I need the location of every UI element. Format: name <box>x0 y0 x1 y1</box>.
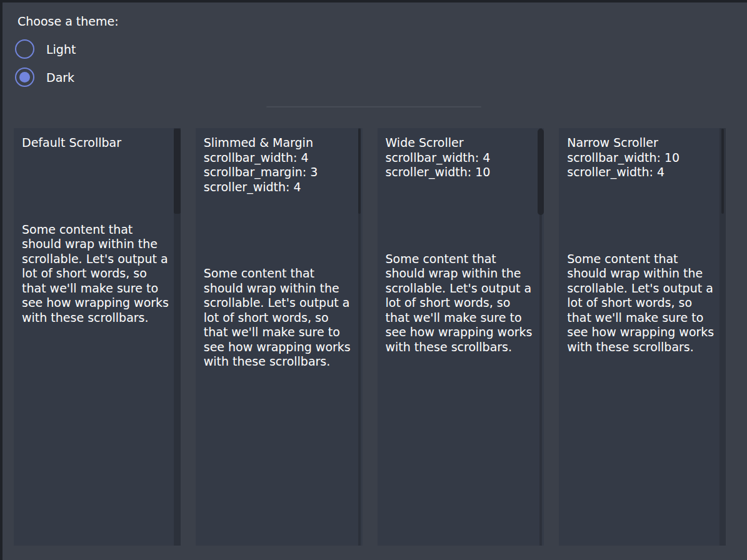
scrollable-slimmed-content-area: Slimmed & Margin scrollbar_width: 4 scro… <box>196 128 351 369</box>
column-property: scrollbar_width: 4 <box>204 151 351 166</box>
column-property: scrollbar_margin: 3 <box>204 165 351 180</box>
scrollable-demo-app: Choose a theme: Light Dark Default Scrol… <box>0 0 747 560</box>
scrollbar-thumb[interactable] <box>721 129 724 214</box>
scrollbar-thumb[interactable] <box>358 129 361 214</box>
column-header: Slimmed & Margin scrollbar_width: 4 scro… <box>204 136 351 194</box>
radio-unselected-icon[interactable] <box>15 39 34 59</box>
radio-option-light[interactable]: Light <box>15 39 76 59</box>
scrollable-narrow-scroller[interactable]: Narrow Scroller scrollbar_width: 10 scro… <box>559 128 726 546</box>
column-body-text: Some content that should wrap within the… <box>567 252 714 355</box>
scrollable-narrow-content-area: Narrow Scroller scrollbar_width: 10 scro… <box>559 128 714 354</box>
column-title: Wide Scroller <box>386 136 533 151</box>
scrollable-wide-scroller[interactable]: Wide Scroller scrollbar_width: 4 scrolle… <box>378 128 544 546</box>
scrollable-slimmed-margin[interactable]: Slimmed & Margin scrollbar_width: 4 scro… <box>196 128 363 546</box>
column-body-text: Some content that should wrap within the… <box>386 252 533 355</box>
radio-label-dark: Dark <box>46 71 74 84</box>
scrollable-wide-content-area: Wide Scroller scrollbar_width: 4 scrolle… <box>378 128 533 354</box>
column-body-text: Some content that should wrap within the… <box>204 266 351 369</box>
radio-option-dark[interactable]: Dark <box>15 68 74 87</box>
section-divider <box>266 106 481 108</box>
column-title: Default Scrollbar <box>22 136 169 151</box>
column-header: Narrow Scroller scrollbar_width: 10 scro… <box>567 136 714 180</box>
column-title: Slimmed & Margin <box>204 136 351 151</box>
column-header: Default Scrollbar <box>22 136 169 151</box>
radio-selected-icon[interactable] <box>15 68 34 87</box>
column-property: scroller_width: 4 <box>567 165 714 180</box>
scrollables-row: Default Scrollbar Some content that shou… <box>0 128 747 546</box>
column-property: scrollbar_width: 10 <box>567 151 714 166</box>
column-property: scrollbar_width: 4 <box>386 151 533 166</box>
theme-chooser: Choose a theme: Light Dark <box>0 0 747 87</box>
column-property: scroller_width: 4 <box>204 180 351 195</box>
theme-chooser-label: Choose a theme: <box>18 14 747 29</box>
scrollable-default[interactable]: Default Scrollbar Some content that shou… <box>14 128 181 546</box>
radio-label-light: Light <box>46 42 76 56</box>
scrollbar-thumb[interactable] <box>174 129 181 214</box>
column-property: scroller_width: 10 <box>386 165 533 180</box>
scrollbar-thumb[interactable] <box>538 129 544 215</box>
column-title: Narrow Scroller <box>567 136 714 151</box>
column-header: Wide Scroller scrollbar_width: 4 scrolle… <box>386 136 533 180</box>
scrollable-default-content-area: Default Scrollbar Some content that shou… <box>14 128 169 325</box>
column-body-text: Some content that should wrap within the… <box>22 222 169 326</box>
